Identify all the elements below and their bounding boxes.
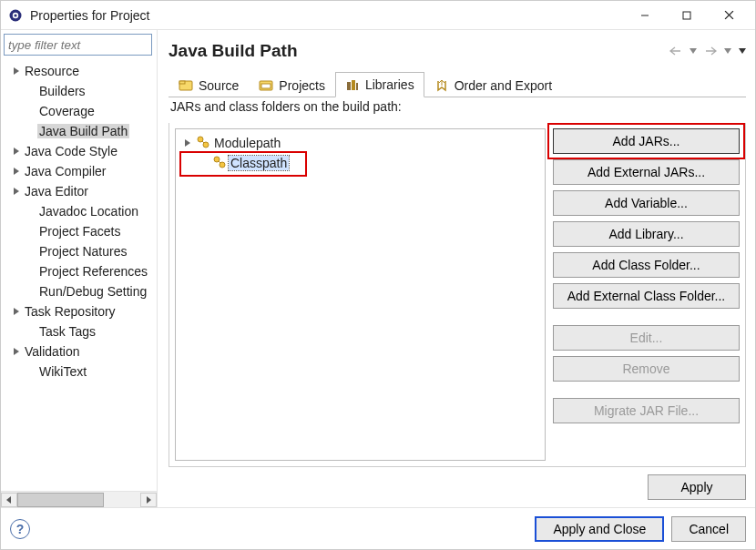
expand-icon[interactable] <box>10 348 23 355</box>
content-description: JARs and class folders on the build path… <box>170 99 746 114</box>
scroll-left-icon[interactable] <box>1 493 17 507</box>
add-external-jars-button[interactable]: Add External JARs... <box>553 159 740 185</box>
sidebar-item-coverage[interactable]: Coverage <box>3 101 157 121</box>
svg-rect-22 <box>347 82 351 90</box>
close-button[interactable] <box>708 2 750 29</box>
tab-label: Source <box>199 78 239 93</box>
dropdown-icon[interactable] <box>724 48 731 54</box>
nav-back-icon[interactable] <box>669 46 682 56</box>
expand-icon[interactable] <box>10 148 23 155</box>
sidebar-item-label: Java Editor <box>23 184 90 199</box>
svg-rect-4 <box>683 12 690 19</box>
sidebar-item-task-repository[interactable]: Task Repository <box>3 301 157 321</box>
svg-marker-10 <box>14 188 19 195</box>
sidebar-item-wikitext[interactable]: WikiText <box>3 362 157 382</box>
sidebar-item-project-references[interactable]: Project References <box>3 261 157 281</box>
libtree-item-classpath[interactable]: Classpath <box>178 153 543 173</box>
libtree-item-label: Modulepath <box>212 136 282 150</box>
scroll-right-icon[interactable] <box>140 493 157 507</box>
sidebar-item-builders[interactable]: Builders <box>3 81 157 101</box>
maximize-button[interactable] <box>666 2 708 29</box>
tab-strip: SourceProjectsLibrariesOrder and Export <box>169 72 746 97</box>
apply-and-close-button[interactable]: Apply and Close <box>535 516 664 542</box>
expand-icon[interactable] <box>10 168 23 175</box>
right-button-column: Add JARs... Add External JARs... Add Var… <box>553 128 740 461</box>
sidebar-item-label: WikiText <box>37 364 88 379</box>
sidebar-item-label: Builders <box>37 84 87 98</box>
sidebar-item-javadoc-location[interactable]: Javadoc Location <box>3 201 157 221</box>
add-class-folder-button[interactable]: Add Class Folder... <box>553 252 740 278</box>
add-library-button[interactable]: Add Library... <box>553 221 740 247</box>
expand-icon[interactable] <box>10 188 23 195</box>
svg-rect-21 <box>261 84 271 88</box>
window-title: Properties for Project <box>30 8 624 23</box>
sidebar-item-label: Project References <box>37 264 149 279</box>
libtree-item-modulepath[interactable]: Modulepath <box>178 133 543 153</box>
expand-icon[interactable] <box>181 139 194 147</box>
add-variable-button[interactable]: Add Variable... <box>553 190 740 216</box>
svg-rect-23 <box>352 80 355 90</box>
projects-icon <box>259 78 273 93</box>
libraries-icon <box>345 77 360 92</box>
classpath-node-icon <box>212 155 227 172</box>
add-jars-button[interactable]: Add JARs... <box>553 128 740 154</box>
sidebar-tree[interactable]: ResourceBuildersCoverageJava Build PathJ… <box>1 61 157 491</box>
sidebar-item-label: Run/Debug Setting <box>37 284 148 299</box>
sidebar-item-label: Validation <box>23 344 81 359</box>
sidebar-item-project-natures[interactable]: Project Natures <box>3 241 157 261</box>
sidebar-item-java-compiler[interactable]: Java Compiler <box>3 161 157 181</box>
svg-marker-7 <box>14 67 19 75</box>
apply-button[interactable]: Apply <box>648 474 746 500</box>
svg-rect-24 <box>356 83 358 90</box>
filter-input[interactable] <box>4 34 152 56</box>
classpath-node-icon <box>196 135 210 152</box>
svg-marker-12 <box>14 348 19 355</box>
add-external-class-folder-button[interactable]: Add External Class Folder... <box>553 283 740 309</box>
sidebar-item-label: Project Natures <box>37 244 128 259</box>
minimize-button[interactable] <box>624 2 666 29</box>
dropdown-icon[interactable] <box>690 48 697 54</box>
migrate-jar-button: Migrate JAR File... <box>553 398 740 423</box>
sidebar-item-java-editor[interactable]: Java Editor <box>3 181 157 201</box>
page-title: Java Build Path <box>169 41 669 61</box>
tab-label: Libraries <box>365 77 414 92</box>
sidebar-item-label: Javadoc Location <box>37 204 140 219</box>
libtree-item-label: Classpath <box>229 156 289 170</box>
scroll-thumb[interactable] <box>17 493 104 507</box>
libraries-tree[interactable]: ModulepathClasspath <box>175 128 546 461</box>
tab-label: Projects <box>279 78 325 93</box>
sidebar-item-label: Coverage <box>37 104 97 118</box>
sidebar-item-project-facets[interactable]: Project Facets <box>3 221 157 241</box>
edit-button: Edit... <box>553 325 740 351</box>
svg-marker-14 <box>147 496 151 504</box>
sidebar-item-label: Java Code Style <box>23 144 119 158</box>
svg-marker-8 <box>14 148 19 155</box>
help-icon[interactable]: ? <box>10 519 30 539</box>
tab-projects[interactable]: Projects <box>249 72 335 97</box>
nav-forward-icon[interactable] <box>704 46 717 56</box>
sidebar-item-java-build-path[interactable]: Java Build Path <box>3 121 157 141</box>
menu-dropdown-icon[interactable] <box>739 48 746 54</box>
tab-order-and-export[interactable]: Order and Export <box>424 72 562 97</box>
expand-icon[interactable] <box>10 308 23 315</box>
sidebar-item-run-debug-setting[interactable]: Run/Debug Setting <box>3 281 157 301</box>
source-folder-icon <box>179 78 193 93</box>
cancel-button[interactable]: Cancel <box>671 516 746 542</box>
sidebar-horizontal-scrollbar[interactable] <box>1 491 157 507</box>
sidebar-item-label: Java Compiler <box>23 164 107 178</box>
dialog-footer: ? Apply and Close Cancel <box>1 507 755 549</box>
sidebar-item-task-tags[interactable]: Task Tags <box>3 321 157 341</box>
expand-icon[interactable] <box>10 67 23 75</box>
title-bar: Properties for Project <box>1 1 755 30</box>
tab-source[interactable]: Source <box>169 72 249 97</box>
sidebar-item-label: Task Tags <box>37 324 97 339</box>
svg-rect-19 <box>179 81 185 84</box>
sidebar-item-label: Resource <box>23 64 81 78</box>
svg-marker-13 <box>6 496 11 504</box>
tab-libraries[interactable]: Libraries <box>335 72 424 97</box>
sidebar-item-validation[interactable]: Validation <box>3 341 157 362</box>
svg-marker-9 <box>14 168 19 175</box>
sidebar-item-resource[interactable]: Resource <box>3 61 157 81</box>
sidebar: ResourceBuildersCoverageJava Build PathJ… <box>1 30 158 507</box>
sidebar-item-java-code-style[interactable]: Java Code Style <box>3 141 157 161</box>
